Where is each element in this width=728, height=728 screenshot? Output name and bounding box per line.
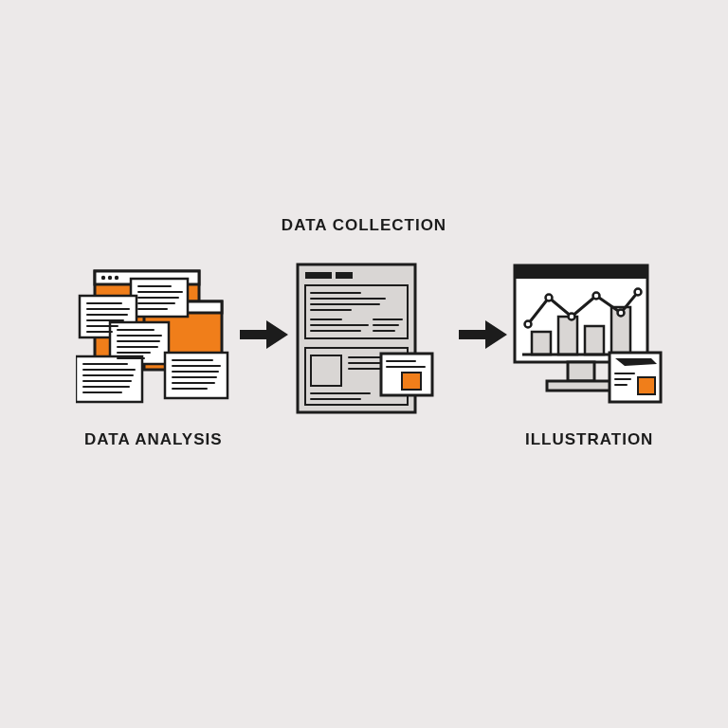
svg-rect-45	[305, 272, 332, 279]
step-data-analysis	[76, 265, 237, 412]
svg-point-4	[115, 276, 118, 280]
documents-stack-icon	[76, 265, 237, 412]
svg-point-80	[593, 293, 600, 300]
svg-point-81	[618, 310, 625, 317]
svg-rect-71	[568, 362, 594, 381]
arrow-icon	[457, 318, 509, 352]
svg-point-78	[546, 295, 553, 301]
svg-rect-72	[547, 381, 615, 391]
monitor-chart-icon	[509, 258, 665, 414]
svg-rect-88	[638, 377, 655, 394]
svg-point-77	[525, 321, 532, 328]
svg-rect-74	[558, 317, 577, 355]
svg-rect-59	[311, 355, 341, 386]
svg-point-3	[108, 276, 112, 280]
svg-rect-68	[402, 373, 421, 390]
step-label-data-collection: DATA COLLECTION	[0, 216, 728, 235]
svg-rect-46	[336, 272, 353, 279]
svg-point-79	[569, 314, 575, 320]
arrow-icon	[238, 318, 290, 352]
step-data-collection	[294, 261, 436, 417]
workflow-diagram: DATA COLLECTION DATA ANALYSIS ILLUSTRATI…	[0, 0, 728, 728]
svg-point-82	[635, 289, 642, 296]
step-illustration	[509, 258, 665, 414]
svg-point-2	[101, 276, 105, 280]
svg-rect-73	[532, 332, 551, 355]
form-document-icon	[294, 261, 436, 417]
svg-rect-70	[515, 265, 647, 279]
svg-rect-75	[585, 326, 604, 355]
step-label-data-analysis: DATA ANALYSIS	[84, 430, 223, 449]
step-label-illustration: ILLUSTRATION	[525, 430, 653, 449]
